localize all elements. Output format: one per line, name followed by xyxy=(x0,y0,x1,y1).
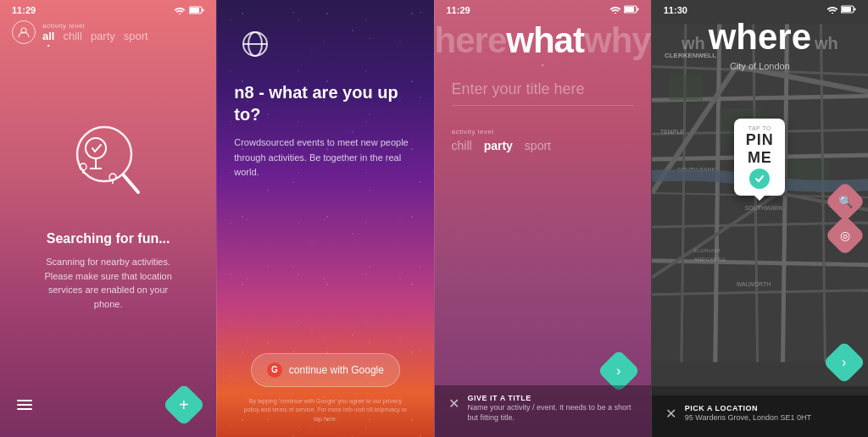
header-1: activity level all chill party sport xyxy=(0,17,216,46)
battery-icon xyxy=(189,6,204,14)
add-button-1[interactable]: + xyxy=(163,384,206,427)
status-bar-4: 11:30 xyxy=(652,0,868,17)
time-4: 11:30 xyxy=(664,5,687,15)
svg-rect-16 xyxy=(625,7,634,12)
search-illustration xyxy=(58,116,159,218)
legal-text-2: By tapping 'continue with Google' you ag… xyxy=(234,397,416,424)
search-icon-4: 🔍 xyxy=(838,195,853,208)
label-title-4: PICK A LOCATION xyxy=(685,404,811,412)
svg-line-7 xyxy=(124,175,138,192)
pin-me-text: PINME xyxy=(744,131,775,167)
status-bar-3: 11:29 xyxy=(435,0,651,17)
bottom-bar-1: + xyxy=(0,381,216,437)
label-desc-3: Name your activity / event. It needs to … xyxy=(468,402,637,423)
wifi-icon-3 xyxy=(609,5,621,14)
act-tabs-3: chill party sport xyxy=(452,139,634,152)
status-icons-1 xyxy=(174,6,204,14)
act-label-3: activity level xyxy=(452,128,634,136)
svg-rect-2 xyxy=(203,9,204,12)
arrow-icon-4: › xyxy=(842,355,846,370)
status-icons-4 xyxy=(826,5,856,15)
google-icon: G xyxy=(267,362,282,378)
label-content-3: GIVE IT A TITLE Name your activity / eve… xyxy=(468,394,637,423)
wifi-icon xyxy=(174,6,186,14)
activity-level-1: activity level all chill party sport xyxy=(42,22,148,42)
description-2: Crowdsourced events to meet new people t… xyxy=(234,136,416,336)
menu-icon[interactable] xyxy=(17,400,32,410)
act-party-3[interactable]: party xyxy=(484,139,513,152)
location-icon-4: ◎ xyxy=(840,229,850,242)
nav-words-3: here what why xyxy=(435,17,651,61)
time-1: 11:29 xyxy=(12,5,36,15)
pin-check-icon xyxy=(749,169,770,189)
search-side-button[interactable]: 🔍 xyxy=(825,181,865,222)
pin-tap-label: tap to xyxy=(744,125,775,131)
title-input-area: Enter your title here xyxy=(435,74,651,106)
avatar-1[interactable] xyxy=(12,20,36,44)
svg-text:AND CASTLE: AND CASTLE xyxy=(694,257,726,262)
status-icons-3 xyxy=(609,5,639,15)
close-button-3[interactable]: ✕ xyxy=(448,394,459,412)
nav-why: why xyxy=(584,20,651,61)
activity-section-3: activity level chill party sport xyxy=(435,128,651,152)
arrow-icon-3: › xyxy=(616,363,620,379)
checkmark-icon xyxy=(754,174,765,184)
side-buttons-4: 🔍 ◎ xyxy=(831,187,860,250)
city-label-4: City of London xyxy=(730,61,790,71)
svg-rect-3 xyxy=(190,8,199,13)
svg-text:TEMPLE: TEMPLE xyxy=(660,129,684,135)
label-desc-4: 95 Wardens Grove, London SE1 0HT xyxy=(685,412,811,423)
google-btn-label: continue with Google xyxy=(289,364,384,376)
logo-icon xyxy=(234,25,276,68)
searching-text: Searching for fun... xyxy=(47,231,170,246)
main-content-1: Searching for fun... Scanning for nearby… xyxy=(0,46,216,381)
google-button[interactable]: G continue with Google xyxy=(251,353,400,387)
act-sport-3[interactable]: sport xyxy=(525,139,551,152)
tab-sport-1[interactable]: sport xyxy=(124,30,148,42)
svg-rect-15 xyxy=(637,8,638,11)
nav-header-4: wh where wh xyxy=(652,17,868,58)
battery-icon-3 xyxy=(624,5,639,14)
svg-point-0 xyxy=(179,14,181,14)
pin-card-4[interactable]: tap to PINME xyxy=(734,119,785,196)
user-icon xyxy=(17,25,31,39)
battery-icon-4 xyxy=(841,5,856,14)
act-chill-3[interactable]: chill xyxy=(452,139,472,152)
bottom-label-4: ✕ PICK A LOCATION 95 Wardens Grove, Lond… xyxy=(652,396,868,437)
screen2-content: n8 - what are you up to? Crowdsourced ev… xyxy=(217,0,433,437)
svg-rect-19 xyxy=(854,8,856,11)
svg-text:ELEPHANT: ELEPHANT xyxy=(694,248,721,253)
close-button-4[interactable]: ✕ xyxy=(665,404,676,422)
dot-3: • xyxy=(435,61,651,69)
nav-faded-right-4: wh xyxy=(815,34,838,53)
screen-1: 11:29 activity level all xyxy=(0,0,216,437)
status-bar-1: 11:29 xyxy=(0,0,216,17)
location-side-button[interactable]: ◎ xyxy=(825,215,865,256)
plus-icon: + xyxy=(179,396,189,413)
screen-2: n8 - what are you up to? Crowdsourced ev… xyxy=(216,0,433,437)
tab-all[interactable]: all xyxy=(42,30,54,42)
svg-point-17 xyxy=(832,13,833,14)
wifi-icon-4 xyxy=(826,5,838,14)
tagline-2: n8 - what are you up to? xyxy=(234,81,416,125)
activity-label-1: activity level xyxy=(42,22,148,30)
nav-here: here xyxy=(435,20,507,61)
nav-faded-left-4: wh xyxy=(682,34,705,53)
time-3: 11:29 xyxy=(447,5,470,15)
tab-chill-1[interactable]: chill xyxy=(63,30,81,42)
title-input[interactable]: Enter your title here xyxy=(452,74,634,106)
activity-tabs-1: all chill party sport xyxy=(42,30,148,42)
label-content-4: PICK A LOCATION 95 Wardens Grove, London… xyxy=(685,404,811,423)
nav-words-4: wh where wh xyxy=(682,17,838,58)
nav-what: what xyxy=(506,20,584,61)
svg-text:WALWORTH: WALWORTH xyxy=(736,281,771,287)
screen-3: 11:29 here what why • Enter your title h… xyxy=(434,0,651,437)
svg-point-6 xyxy=(86,138,106,158)
label-title-3: GIVE IT A TITLE xyxy=(468,394,637,402)
nav-where: where xyxy=(709,17,811,58)
screen-4: 11:30 xyxy=(651,0,868,437)
sub-text-1: Scanning for nearby activities. Please m… xyxy=(41,255,176,311)
bottom-label-3: ✕ GIVE IT A TITLE Name your activity / e… xyxy=(435,385,651,437)
tab-party-1[interactable]: party xyxy=(91,30,115,42)
svg-rect-39 xyxy=(669,75,703,100)
